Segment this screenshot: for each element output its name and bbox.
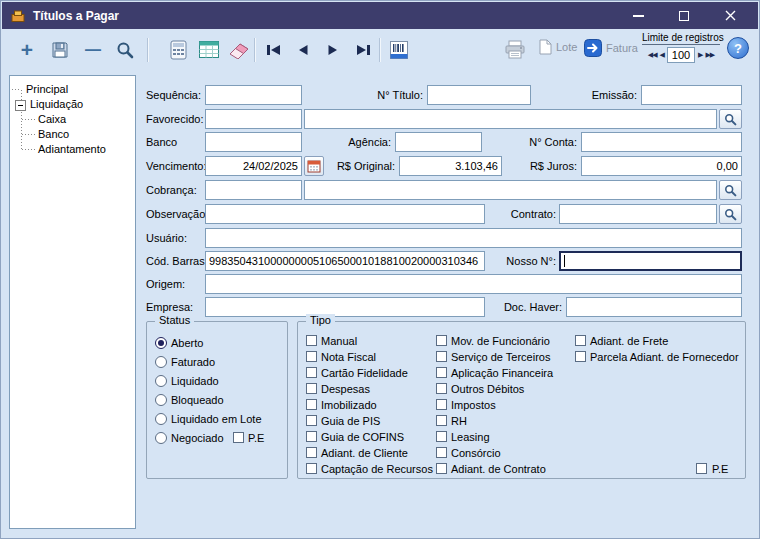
close-button[interactable] xyxy=(711,2,749,29)
checkbox-label-consorcio[interactable]: Consórcio xyxy=(451,446,501,460)
checkbox-rh[interactable] xyxy=(436,415,447,426)
n-conta-field[interactable] xyxy=(581,132,742,152)
checkbox-adiant-de-contrato[interactable] xyxy=(436,463,447,474)
minimize-button[interactable] xyxy=(619,2,657,29)
tree-item-caixa[interactable]: Caixa xyxy=(38,112,66,127)
checkbox-impostos[interactable] xyxy=(436,399,447,410)
n-titulo-field[interactable] xyxy=(427,85,531,105)
radio-negociado[interactable] xyxy=(155,432,167,444)
record-limit-value[interactable]: 100 xyxy=(667,47,695,63)
checkbox-label-mov-de-funcionario[interactable]: Mov. de Funcionário xyxy=(451,334,550,348)
checkbox-label-leasing[interactable]: Leasing xyxy=(451,430,490,444)
calculator-button[interactable] xyxy=(164,36,192,63)
delete-button[interactable]: — xyxy=(79,36,107,63)
checkbox-label-aplicacao-financeira[interactable]: Aplicação Financeira xyxy=(451,366,553,380)
checkbox-imobilizado[interactable] xyxy=(306,399,317,410)
checkbox-adiant-de-cliente[interactable] xyxy=(306,447,317,458)
contrato-field[interactable] xyxy=(559,204,717,224)
checkbox-label-impostos[interactable]: Impostos xyxy=(451,398,496,412)
cod-barras-field[interactable] xyxy=(205,251,485,271)
checkbox-label-guia-de-cofins[interactable]: Guia de COFINS xyxy=(321,430,404,444)
checkbox-leasing[interactable] xyxy=(436,431,447,442)
checkbox-captacao-de-recursos[interactable] xyxy=(306,463,317,474)
tree-expander-icon[interactable] xyxy=(15,100,26,111)
checkbox-label-manual[interactable]: Manual xyxy=(321,334,357,348)
calendar-button[interactable] xyxy=(304,156,324,176)
vencimento-field[interactable] xyxy=(205,156,302,176)
nav-prev-button[interactable] xyxy=(289,36,317,63)
eraser-button[interactable] xyxy=(225,36,253,63)
checkbox-guia-de-cofins[interactable] xyxy=(306,431,317,442)
checkbox-label-cartao-fidelidade[interactable]: Cartão Fidelidade xyxy=(321,366,408,380)
checkbox-label-servico-de-terceiros[interactable]: Serviço de Terceiros xyxy=(451,350,550,364)
radio-aberto[interactable] xyxy=(155,337,167,349)
rs-juros-field[interactable] xyxy=(581,156,742,176)
checkbox-outros-debitos[interactable] xyxy=(436,383,447,394)
checkbox-label-adiant-de-cliente[interactable]: Adiant. de Cliente xyxy=(321,446,408,460)
checkbox-mov-de-funcionario[interactable] xyxy=(436,335,447,346)
checkbox-label-despesas[interactable]: Despesas xyxy=(321,382,370,396)
checkbox-label-adiant-de-contrato[interactable]: Adiant. de Contrato xyxy=(451,462,546,476)
lote-button[interactable]: Lote xyxy=(539,39,577,55)
checkbox-parcela-adiant-de-fornecedor[interactable] xyxy=(575,351,586,362)
radio-faturado[interactable] xyxy=(155,356,167,368)
tipo-pe-label[interactable]: P.E xyxy=(712,462,728,476)
rs-original-field[interactable] xyxy=(399,156,502,176)
favorecido-name-field[interactable] xyxy=(304,109,717,129)
favorecido-lookup-button[interactable] xyxy=(719,109,742,129)
tree-item-principal[interactable]: Principal xyxy=(26,82,68,97)
search-button[interactable] xyxy=(111,36,139,63)
cobranca-lookup-button[interactable] xyxy=(719,180,742,200)
checkbox-cartao-fidelidade[interactable] xyxy=(306,367,317,378)
browse-grid-button[interactable] xyxy=(195,36,223,63)
radio-label-liquidado[interactable]: Liquidado xyxy=(171,374,219,388)
maximize-button[interactable] xyxy=(665,2,703,29)
status-pe-label[interactable]: P.E xyxy=(248,431,264,445)
barcode-button[interactable] xyxy=(385,36,413,63)
banco-field[interactable] xyxy=(205,132,302,152)
limit-last-icon[interactable]: ▶▶ xyxy=(705,48,714,62)
limit-next-icon[interactable]: ▶ xyxy=(698,48,702,62)
doc-haver-field[interactable] xyxy=(566,297,742,317)
checkbox-label-adiant-de-frete[interactable]: Adiant. de Frete xyxy=(590,334,668,348)
checkbox-guia-de-pis[interactable] xyxy=(306,415,317,426)
empresa-field[interactable] xyxy=(205,297,485,317)
status-pe-checkbox[interactable] xyxy=(233,432,244,443)
nav-first-button[interactable] xyxy=(259,36,287,63)
origem-field[interactable] xyxy=(205,274,742,294)
checkbox-label-parcela-adiant-de-fornecedor[interactable]: Parcela Adiant. de Fornecedor xyxy=(590,350,739,364)
observacao-field[interactable] xyxy=(205,204,485,224)
tree-item-banco[interactable]: Banco xyxy=(38,127,69,142)
contrato-lookup-button[interactable] xyxy=(719,204,742,224)
checkbox-label-nota-fiscal[interactable]: Nota Fiscal xyxy=(321,350,376,364)
checkbox-servico-de-terceiros[interactable] xyxy=(436,351,447,362)
cobranca-code-field[interactable] xyxy=(205,180,302,200)
radio-liquidado[interactable] xyxy=(155,375,167,387)
checkbox-label-imobilizado[interactable]: Imobilizado xyxy=(321,398,377,412)
checkbox-aplicacao-financeira[interactable] xyxy=(436,367,447,378)
radio-label-negociado[interactable]: Negociado xyxy=(171,431,224,445)
checkbox-nota-fiscal[interactable] xyxy=(306,351,317,362)
tree-item-adiantamento[interactable]: Adiantamento xyxy=(38,142,106,157)
radio-label-bloqueado[interactable]: Bloqueado xyxy=(171,393,224,407)
tree-item-liquidacao[interactable]: Liquidação xyxy=(30,97,83,112)
checkbox-manual[interactable] xyxy=(306,335,317,346)
favorecido-code-field[interactable] xyxy=(205,109,302,129)
print-button[interactable] xyxy=(501,36,529,63)
radio-label-faturado[interactable]: Faturado xyxy=(171,355,215,369)
save-button[interactable] xyxy=(46,36,74,63)
nav-last-button[interactable] xyxy=(349,36,377,63)
new-button[interactable]: + xyxy=(13,36,41,63)
cobranca-name-field[interactable] xyxy=(304,180,717,200)
sequencia-field[interactable] xyxy=(205,85,302,105)
emissao-field[interactable] xyxy=(641,85,742,105)
checkbox-label-outros-debitos[interactable]: Outros Débitos xyxy=(451,382,524,396)
radio-bloqueado[interactable] xyxy=(155,394,167,406)
checkbox-adiant-de-frete[interactable] xyxy=(575,335,586,346)
agencia-field[interactable] xyxy=(395,132,482,152)
help-button[interactable]: ? xyxy=(727,37,749,59)
radio-label-aberto[interactable]: Aberto xyxy=(171,336,203,350)
usuario-field[interactable] xyxy=(205,228,742,248)
fatura-button[interactable]: Fatura xyxy=(584,39,638,57)
checkbox-despesas[interactable] xyxy=(306,383,317,394)
